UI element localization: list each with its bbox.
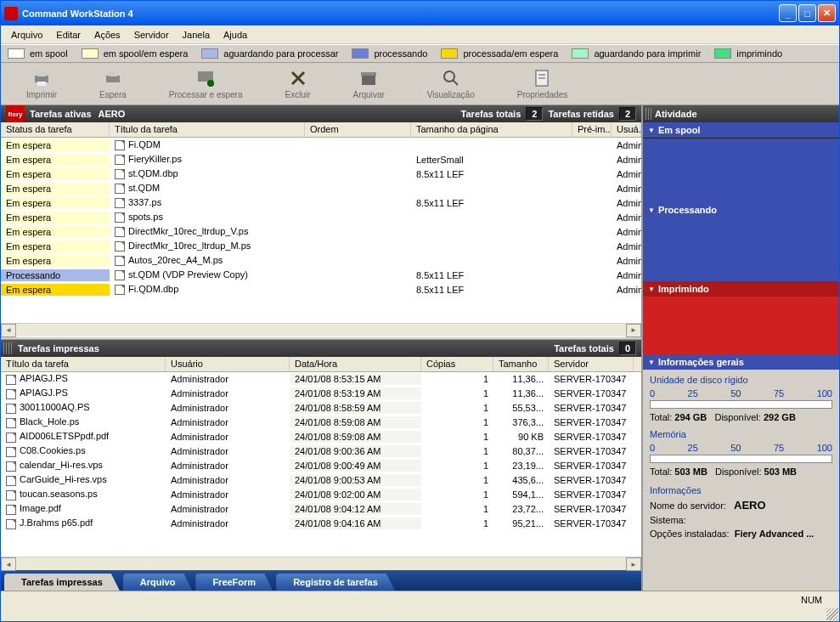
document-icon — [115, 198, 125, 208]
table-row[interactable]: Processandost.QDM (VDP Preview Copy)8.5x… — [1, 268, 641, 282]
document-icon — [6, 418, 16, 428]
legend-label: em spool/em espera — [104, 48, 189, 59]
table-row[interactable]: Em esperaFi.QDM.dbp8.5x11 LEFAdmin — [1, 282, 641, 297]
table-row[interactable]: 30011000AQ.PSAdministrador24/01/08 8:58:… — [1, 401, 641, 416]
svg-line-12 — [453, 80, 458, 85]
preview-button[interactable]: Visualização — [427, 68, 475, 99]
table-row[interactable]: toucan.seasons.psAdministrador24/01/08 9… — [1, 488, 641, 502]
document-icon — [115, 169, 125, 179]
active-title: Tarefas ativas — [30, 109, 92, 119]
minimize-button[interactable]: _ — [779, 4, 797, 22]
active-grid-body[interactable]: Em esperaFi.QDMAdminEm esperaFieryKiller… — [1, 138, 641, 323]
pcol-user[interactable]: Usuário — [166, 357, 290, 371]
pcol-server[interactable]: Servidor — [549, 357, 634, 371]
maximize-button[interactable]: □ — [798, 4, 816, 22]
menu-servidor[interactable]: Servidor — [127, 27, 176, 42]
table-row[interactable]: Em esperaspots.psAdmin — [1, 210, 641, 224]
menu-ações[interactable]: Ações — [87, 27, 127, 42]
menu-ajuda[interactable]: Ajuda — [217, 27, 254, 42]
document-icon — [115, 184, 125, 194]
active-server: AERO — [99, 109, 126, 119]
info-panel: Unidade de disco rígido 0255075100 Total… — [643, 370, 839, 547]
mem-label: Memória — [650, 429, 832, 439]
table-row[interactable]: AID006LETSPpdf.pdfAdministrador24/01/08 … — [1, 430, 641, 444]
bottom-tabs: Tarefas impressasArquivoFreeFormRegistro… — [1, 570, 641, 591]
table-row[interactable]: Em esperaDirectMkr_10rec_ltrdup_V.psAdmi… — [1, 224, 641, 239]
print-button[interactable]: Imprimir — [26, 68, 57, 99]
table-row[interactable]: Em esperaFi.QDMAdmin — [1, 138, 641, 152]
held-count: 2 — [619, 107, 636, 121]
col-preview[interactable]: Pré-im... — [572, 122, 612, 137]
totals-count: 2 — [526, 107, 543, 121]
legend-swatch — [572, 48, 589, 59]
tab-freeform[interactable]: FreeForm — [195, 574, 273, 591]
table-row[interactable]: J.Brahms p65.pdfAdministrador24/01/08 9:… — [1, 517, 641, 531]
tick-label: 25 — [688, 388, 698, 399]
col-status[interactable]: Status da tarefa — [1, 122, 110, 137]
legend-swatch — [82, 48, 99, 59]
document-icon — [6, 505, 16, 515]
table-row[interactable]: Image.pdfAdministrador24/01/08 9:04:12 A… — [1, 502, 641, 517]
section-info[interactable]: Informações gerais — [643, 354, 839, 370]
svg-rect-3 — [106, 76, 120, 82]
printed-grid-body[interactable]: APIAGJ.PSAdministrador24/01/08 8:53:15 A… — [1, 372, 641, 557]
app-icon — [4, 7, 18, 20]
totals-label: Tarefas totais — [461, 109, 521, 119]
section-printing[interactable]: Imprimindo — [643, 281, 839, 297]
col-order[interactable]: Ordem — [305, 122, 411, 137]
pcol-title[interactable]: Título da tarefa — [1, 357, 166, 371]
table-row[interactable]: CarGuide_Hi-res.vpsAdministrador24/01/08… — [1, 473, 641, 488]
table-row[interactable]: Black_Hole.psAdministrador24/01/08 8:59:… — [1, 416, 641, 430]
tab-registro-de-tarefas[interactable]: Registro de tarefas — [276, 574, 395, 591]
table-row[interactable]: Em esperast.QDM.dbp8.5x11 LEFAdmin — [1, 167, 641, 181]
table-row[interactable]: Em esperaAutos_20rec_A4_M.psAdmin — [1, 253, 641, 268]
table-row[interactable]: Em esperaFieryKiller.psLetterSmallAdmin — [1, 152, 641, 167]
active-hscroll[interactable] — [1, 323, 641, 336]
table-row[interactable]: Em espera3337.ps8.5x11 LEFAdmin — [1, 195, 641, 210]
document-icon — [115, 256, 125, 266]
legend-swatch — [714, 48, 731, 59]
delete-button[interactable]: Excluir — [285, 68, 311, 99]
printed-hscroll[interactable] — [1, 557, 641, 570]
tick-label: 50 — [730, 388, 741, 399]
disk-ruler — [650, 400, 832, 409]
tick-label: 100 — [817, 388, 832, 399]
col-user[interactable]: Usuá... — [612, 122, 641, 137]
table-row[interactable]: APIAGJ.PSAdministrador24/01/08 8:53:15 A… — [1, 372, 641, 387]
pcol-date[interactable]: Data/Hora — [290, 357, 421, 371]
col-pagesize[interactable]: Tamanho da página — [411, 122, 572, 137]
properties-button[interactable]: Propriedades — [517, 68, 567, 99]
close-button[interactable]: ✕ — [818, 4, 836, 22]
process-hold-button[interactable]: Processar e espera — [169, 68, 243, 99]
table-row[interactable]: calendar_Hi-res.vpsAdministrador24/01/08… — [1, 459, 641, 473]
menu-arquivo[interactable]: Arquivo — [4, 27, 49, 42]
document-icon — [6, 433, 16, 443]
archive-button[interactable]: Arquivar — [353, 68, 385, 99]
legend-label: em spool — [30, 48, 68, 59]
printed-title: Tarefas impressas — [18, 343, 99, 353]
tab-tarefas-impressas[interactable]: Tarefas impressas — [4, 574, 120, 591]
menu-editar[interactable]: Editar — [49, 27, 87, 42]
legend-swatch — [352, 48, 369, 59]
section-spool[interactable]: Em spool — [643, 122, 839, 139]
hold-button[interactable]: Espera — [99, 68, 127, 99]
col-title[interactable]: Título da tarefa — [110, 122, 305, 137]
tick-label: 75 — [774, 388, 784, 399]
svg-rect-1 — [37, 71, 46, 76]
pcol-size[interactable]: Tamanho — [493, 357, 549, 371]
legend-swatch — [8, 48, 25, 59]
document-icon — [115, 285, 125, 295]
disk-label: Unidade de disco rígido — [650, 375, 832, 385]
tab-arquivo[interactable]: Arquivo — [123, 574, 193, 591]
section-processing[interactable]: Processando — [643, 202, 839, 218]
menu-janela[interactable]: Janela — [176, 27, 217, 42]
document-icon — [6, 476, 16, 486]
table-row[interactable]: C08.Cookies.psAdministrador24/01/08 9:00… — [1, 444, 641, 459]
status-num: NUM — [801, 595, 822, 605]
svg-rect-4 — [109, 71, 117, 76]
table-row[interactable]: Em esperast.QDMAdmin — [1, 181, 641, 195]
table-row[interactable]: Em esperaDirectMkr_10rec_ltrdup_M.psAdmi… — [1, 239, 641, 253]
resize-grip[interactable] — [826, 608, 838, 620]
table-row[interactable]: APIAGJ.PSAdministrador24/01/08 8:53:19 A… — [1, 387, 641, 401]
pcol-copies[interactable]: Cópias — [421, 357, 493, 371]
